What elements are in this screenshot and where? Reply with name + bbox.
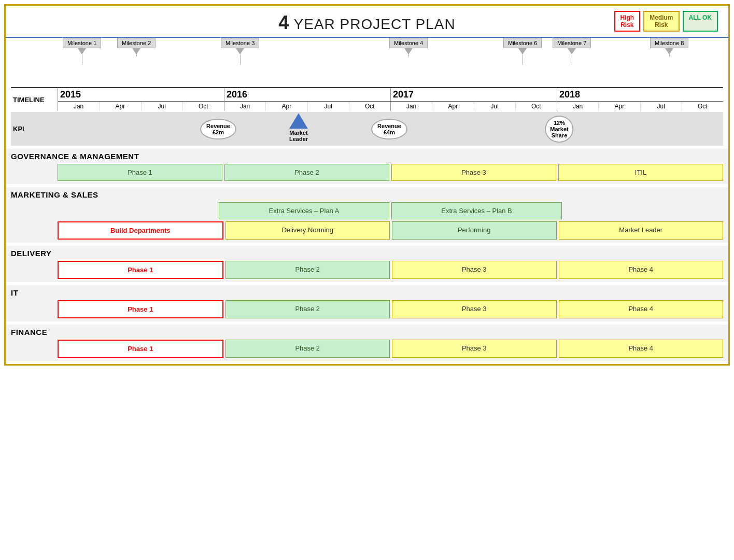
marketing-market-leader: Market Leader <box>559 221 724 240</box>
milestone-2: Milestone 2 <box>117 38 156 57</box>
all-ok-badge: ALL OK <box>683 11 718 32</box>
marketing-rows: Extra Services – Plan A Extra Services –… <box>11 202 723 240</box>
month-2018-oct: Oct <box>682 102 723 111</box>
month-2016-oct: Oct <box>349 102 390 111</box>
gov-phase-1: Phase 1 <box>58 164 222 181</box>
month-2015-jul: Jul <box>142 102 183 111</box>
month-2016-apr: Apr <box>266 102 307 111</box>
it-phase-3: Phase 3 <box>392 300 557 318</box>
milestone-8-label: Milestone 8 <box>650 38 688 48</box>
month-2017-oct: Oct <box>516 102 557 111</box>
milestone-3-arrow <box>236 48 244 54</box>
milestone-4-label: Milestone 4 <box>389 38 428 48</box>
milestone-8-line <box>669 54 670 57</box>
month-2017-jul: Jul <box>474 102 516 111</box>
milestone-2-line <box>136 54 137 57</box>
milestone-6-label: Milestone 6 <box>503 38 542 48</box>
milestone-4-arrow <box>404 48 413 54</box>
delivery-rows: Phase 1 Phase 2 Phase 3 Phase 4 <box>11 261 723 279</box>
milestone-7-arrow <box>568 48 576 54</box>
milestone-1: Milestone 1 <box>63 38 101 65</box>
milestone-4-line <box>408 54 409 57</box>
milestone-1-label: Milestone 1 <box>63 38 101 48</box>
governance-row-1: Phase 1 Phase 2 Phase 3 ITIL <box>58 164 723 181</box>
month-2018-jan: Jan <box>557 102 599 111</box>
governance-title: GOVERNANCE & MANAGEMENT <box>11 152 723 161</box>
timeline-row-label: TIMELINE <box>11 88 58 111</box>
year-number: 4 <box>278 12 289 33</box>
finance-rows: Phase 1 Phase 2 Phase 3 Phase 4 <box>11 340 723 358</box>
finance-row-1: Phase 1 Phase 2 Phase 3 Phase 4 <box>58 340 723 358</box>
month-2015-oct: Oct <box>183 102 224 111</box>
it-section: IT Phase 1 Phase 2 Phase 3 Phase 4 <box>6 285 728 321</box>
kpi-area: Revenue£2m MarketLeader Revenue£4m 12%Ma… <box>58 112 723 146</box>
it-title: IT <box>11 288 723 297</box>
milestone-8: Milestone 8 <box>650 38 688 57</box>
year-2015-label: 2015 <box>58 88 224 101</box>
milestone-2-label: Milestone 2 <box>117 38 156 48</box>
kpi-bubble-revenue-2m: Revenue£2m <box>200 119 236 139</box>
gov-phase-2: Phase 2 <box>224 164 389 181</box>
milestone-6-line <box>523 54 523 65</box>
milestone-7-label: Milestone 7 <box>553 38 591 48</box>
it-phase-1: Phase 1 <box>58 300 223 318</box>
finance-phase-3: Phase 3 <box>392 340 557 358</box>
month-2017-apr: Apr <box>432 102 474 111</box>
kpi-bubble-market-share: 12%MarketShare <box>545 116 573 143</box>
gov-itil: ITIL <box>558 164 723 181</box>
marketing-row-2: Build Departments Delivery Norming Perfo… <box>58 221 723 240</box>
marketing-placeholder-right <box>564 202 723 219</box>
milestone-6: Milestone 6 <box>503 38 542 65</box>
delivery-phase-4: Phase 4 <box>559 261 724 279</box>
months-2016: Jan Apr Jul Oct <box>224 101 390 111</box>
year-2017-label: 2017 <box>391 88 557 101</box>
delivery-phase-1: Phase 1 <box>58 261 223 279</box>
header: 4 YEAR PROJECT PLAN HighRisk MediumRisk … <box>6 6 728 38</box>
year-2016-label: 2016 <box>224 88 390 101</box>
year-2016-block: 2016 Jan Apr Jul Oct <box>224 88 390 111</box>
month-2017-jan: Jan <box>391 102 432 111</box>
page-title: 4 YEAR PROJECT PLAN <box>278 12 455 34</box>
months-2017: Jan Apr Jul Oct <box>391 101 557 111</box>
it-rows: Phase 1 Phase 2 Phase 3 Phase 4 <box>11 300 723 318</box>
milestone-7-line <box>572 54 572 65</box>
marketing-performing: Performing <box>392 221 557 240</box>
it-phase-4: Phase 4 <box>559 300 724 318</box>
milestones-area: Milestone 1 Milestone 2 Milestone 3 Mile… <box>58 38 723 87</box>
marketing-delivery-norming: Delivery Norming <box>225 221 390 240</box>
year-blocks: 2015 Jan Apr Jul Oct 2016 Jan Apr Jul <box>58 88 723 111</box>
governance-section: GOVERNANCE & MANAGEMENT Phase 1 Phase 2 … <box>6 149 728 184</box>
title-text: YEAR PROJECT PLAN <box>294 16 456 32</box>
delivery-title: DELIVERY <box>11 249 723 258</box>
month-2016-jul: Jul <box>308 102 349 111</box>
milestone-3-line <box>240 54 241 65</box>
kpi-row: KPI Revenue£2m MarketLeader Revenue£4m <box>11 112 723 146</box>
milestone-1-arrow <box>78 48 86 54</box>
governance-rows: Phase 1 Phase 2 Phase 3 ITIL <box>11 164 723 181</box>
month-2015-apr: Apr <box>100 102 141 111</box>
year-2017-block: 2017 Jan Apr Jul Oct <box>390 88 557 111</box>
delivery-row-1: Phase 1 Phase 2 Phase 3 Phase 4 <box>58 261 723 279</box>
gov-phase-3: Phase 3 <box>391 164 556 181</box>
year-month-header: TIMELINE 2015 Jan Apr Jul Oct 2016 <box>11 87 723 111</box>
months-2015: Jan Apr Jul Oct <box>58 101 224 111</box>
milestone-1-line <box>82 54 82 65</box>
main-container: 4 YEAR PROJECT PLAN HighRisk MediumRisk … <box>4 4 730 366</box>
it-phase-2: Phase 2 <box>225 300 390 318</box>
marketing-extra-a: Extra Services – Plan A <box>219 202 389 219</box>
milestone-3-label: Milestone 3 <box>221 38 259 48</box>
year-2015-block: 2015 Jan Apr Jul Oct <box>58 88 224 111</box>
kpi-triangle-market-leader: MarketLeader <box>289 113 308 142</box>
finance-phase-4: Phase 4 <box>559 340 724 358</box>
kpi-label: KPI <box>11 125 58 133</box>
delivery-phase-2: Phase 2 <box>225 261 390 279</box>
marketing-row-1: Extra Services – Plan A Extra Services –… <box>58 202 723 219</box>
marketing-build-dept: Build Departments <box>58 221 223 240</box>
finance-title: FINANCE <box>11 328 723 337</box>
milestone-8-arrow <box>665 48 673 54</box>
it-row-1: Phase 1 Phase 2 Phase 3 Phase 4 <box>58 300 723 318</box>
kpi-bubble-revenue-4m: Revenue£4m <box>371 119 407 139</box>
risk-legend: HighRisk MediumRisk ALL OK <box>614 11 718 32</box>
marketing-title: MARKETING & SALES <box>11 190 723 199</box>
finance-phase-1: Phase 1 <box>58 340 223 358</box>
